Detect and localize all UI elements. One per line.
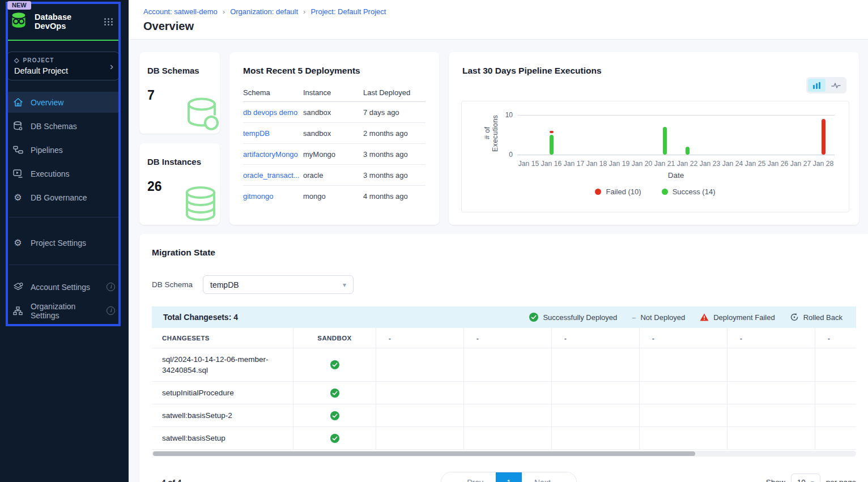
empty-cell (376, 382, 464, 404)
db-schema-select[interactable]: tempDB ▾ (203, 275, 354, 294)
db-schemas-icon (12, 121, 23, 131)
schema-link[interactable]: db devops demo (243, 108, 303, 117)
breadcrumb-link[interactable]: Account: satwell-demo (143, 7, 218, 16)
empty-cell (552, 427, 640, 450)
app-title: Database DevOps (35, 12, 104, 31)
app-switcher-grid-icon[interactable] (104, 18, 113, 25)
bar-success-jan-22 (686, 147, 690, 155)
dash-icon: – (632, 313, 636, 322)
sidebar-item-account-settings[interactable]: Account Settingsi (7, 276, 121, 297)
schema-link[interactable]: tempDB (243, 129, 303, 138)
schema-link[interactable]: artifactoryMongo (243, 150, 303, 159)
deployments-title: Most Recent 5 Deployments (243, 66, 426, 76)
column-header: Schema (243, 88, 303, 97)
sidebar-item-organization-settings[interactable]: Organization Settingsi (7, 300, 121, 321)
chart-type-toggle-group (806, 77, 846, 93)
bar-success-jan-16 (550, 135, 554, 155)
status-legend-item: Deployment Failed (700, 313, 775, 322)
sidebar-item-project-settings[interactable]: ⚙Project Settings (7, 232, 121, 253)
x-tick: Jan 17 (563, 160, 585, 168)
executions-bar-chart: # of Executions 10 0 Jan 15Jan 16Jan 17J… (461, 101, 849, 212)
total-changesets-bar: Total Changesets: 4 Successfully Deploye… (152, 306, 856, 328)
empty-cell (727, 382, 815, 404)
next-page-button[interactable]: Next→ (522, 472, 576, 482)
sidebar-accent-rule (7, 40, 120, 41)
x-tick: Jan 24 (721, 160, 744, 168)
row-count: 4 of 4 (161, 478, 441, 482)
success-check-icon (330, 434, 339, 443)
empty-cell (376, 348, 464, 382)
home-icon (12, 97, 23, 107)
status-legend-item: Rolled Back (790, 313, 843, 322)
empty-cell (552, 348, 640, 382)
sidebar-item-label: Overview (31, 98, 115, 107)
last-deployed-cell: 3 months ago (363, 150, 426, 159)
bar-chart-toggle[interactable] (808, 79, 826, 92)
empty-cell (464, 382, 552, 404)
db-single-icon (181, 95, 219, 134)
horizontal-scrollbar[interactable] (152, 451, 856, 457)
deployment-row: tempDB sandbox 2 months ago (243, 123, 426, 144)
bar-failed-jan-28 (822, 119, 826, 155)
empty-cell (727, 404, 815, 427)
organization-icon (12, 306, 23, 315)
sidebar-item-overview[interactable]: Overview (7, 92, 121, 113)
deployment-row: db devops demo sandbox 7 days ago (243, 102, 426, 123)
scrollbar-thumb[interactable] (153, 451, 695, 456)
project-selector[interactable]: ◇ PROJECT Default Project › (7, 52, 120, 80)
stat-title: DB Instances (147, 157, 212, 167)
info-icon[interactable]: i (107, 306, 115, 315)
y-tick-0: 0 (498, 151, 513, 159)
sidebar-item-db-governance[interactable]: ⚙DB Governance (7, 187, 121, 208)
page-size-select[interactable]: 10 ▾ (791, 474, 820, 482)
y-tick-10: 10 (498, 111, 513, 119)
pagination: ←Prev 1 Next→ (441, 472, 577, 482)
schema-link[interactable]: oracle_transact... (243, 171, 303, 180)
migration-state-card: Migration State DB Schema tempDB ▾ Total… (139, 234, 868, 482)
changesets-column-header: - (815, 328, 856, 348)
project-label: ◇ PROJECT (14, 57, 112, 64)
empty-cell (640, 427, 727, 450)
chart-title: Last 30 Days Pipeline Executions (462, 66, 845, 76)
breadcrumb-link[interactable]: Organization: default (230, 7, 298, 16)
status-legend-item: Successfully Deployed (529, 313, 617, 322)
instance-cell: myMongo (303, 150, 363, 159)
sidebar-item-db-schemas[interactable]: DB Schemas (7, 116, 121, 137)
legend-dot-icon (595, 189, 601, 195)
sidebar-item-executions[interactable]: Executions (7, 163, 121, 184)
empty-cell (464, 427, 552, 450)
table-footer: 4 of 4 ←Prev 1 Next→ Show 10 ▾ per page (152, 472, 856, 482)
changesets-column-header: - (464, 328, 552, 348)
stat-title: DB Schemas (147, 66, 212, 75)
deployment-row: oracle_transact... oracle 3 months ago (243, 165, 426, 186)
arrow-left-icon: ← (454, 478, 462, 482)
schema-link[interactable]: gitmongo (243, 192, 303, 201)
x-tick: Jan 19 (608, 160, 631, 168)
empty-cell (727, 427, 815, 450)
chart-legend: Failed (10)Success (14) (462, 187, 849, 196)
changesets-column-header: - (640, 328, 727, 348)
x-tick: Jan 28 (812, 160, 835, 168)
page-header: Account: satwell-demo›Organization: defa… (129, 0, 868, 40)
changeset-name-cell: setupInitialProcedure (152, 382, 293, 404)
last-deployed-cell: 3 months ago (363, 171, 426, 180)
project-diamond-icon: ◇ (14, 57, 20, 64)
sidebar-item-label: DB Schemas (31, 122, 115, 131)
sidebar: NEW Database DevOps ◇ PROJECT Default Pr… (0, 0, 129, 482)
prev-page-button[interactable]: ←Prev (441, 472, 496, 482)
legend-label: Success (14) (673, 187, 716, 196)
sidebar-item-pipelines[interactable]: Pipelines (7, 139, 121, 160)
project-name: Default Project (14, 66, 112, 75)
x-tick: Jan 18 (585, 160, 608, 168)
info-icon[interactable]: i (107, 283, 115, 291)
current-page-button[interactable]: 1 (496, 472, 522, 482)
breadcrumb-link[interactable]: Project: Default Project (310, 7, 386, 16)
breadcrumb: Account: satwell-demo›Organization: defa… (143, 7, 853, 16)
changesets-column-header: CHANGESETS (152, 328, 293, 348)
axis-baseline (517, 155, 835, 155)
line-chart-toggle[interactable] (827, 79, 845, 92)
chart-x-axis-label: Date (517, 171, 835, 180)
empty-cell (552, 404, 640, 427)
account-layers-icon (12, 283, 23, 292)
sidebar-item-label: Account Settings (31, 283, 99, 292)
